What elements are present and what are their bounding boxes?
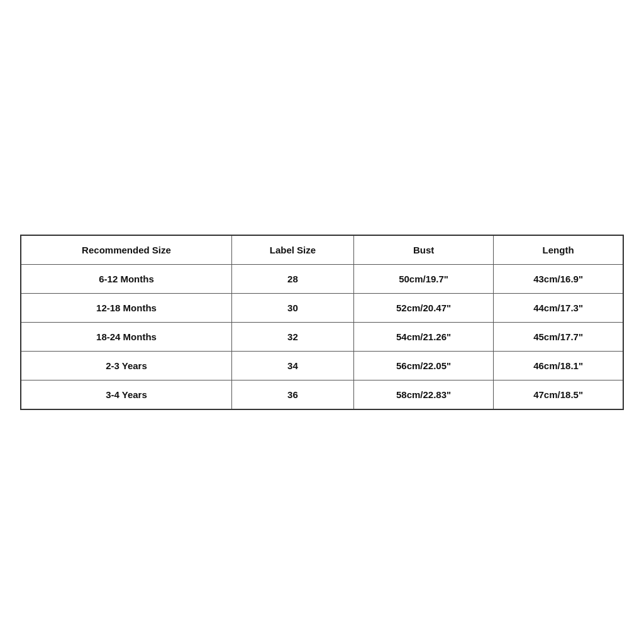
cell-recommended_size: 2-3 Years (21, 351, 231, 380)
table-row: 6-12 Months2850cm/19.7"43cm/16.9" (21, 264, 623, 293)
cell-bust: 50cm/19.7" (353, 264, 493, 293)
size-chart-table: Recommended Size Label Size Bust Length … (20, 235, 624, 410)
cell-label_size: 28 (231, 264, 353, 293)
header-bust: Bust (353, 235, 493, 265)
table-row: 3-4 Years3658cm/22.83"47cm/18.5" (21, 380, 623, 409)
table-row: 18-24 Months3254cm/21.26"45cm/17.7" (21, 322, 623, 351)
cell-recommended_size: 6-12 Months (21, 264, 231, 293)
cell-length: 46cm/18.1" (494, 351, 623, 380)
size-chart-container: Recommended Size Label Size Bust Length … (20, 235, 624, 410)
header-recommended-size: Recommended Size (21, 235, 231, 265)
cell-label_size: 32 (231, 322, 353, 351)
cell-bust: 52cm/20.47" (353, 293, 493, 322)
cell-recommended_size: 12-18 Months (21, 293, 231, 322)
cell-recommended_size: 18-24 Months (21, 322, 231, 351)
cell-label_size: 34 (231, 351, 353, 380)
header-label-size: Label Size (231, 235, 353, 265)
cell-length: 43cm/16.9" (494, 264, 623, 293)
cell-bust: 56cm/22.05" (353, 351, 493, 380)
cell-label_size: 30 (231, 293, 353, 322)
cell-label_size: 36 (231, 380, 353, 409)
cell-recommended_size: 3-4 Years (21, 380, 231, 409)
cell-length: 47cm/18.5" (494, 380, 623, 409)
cell-length: 45cm/17.7" (494, 322, 623, 351)
table-row: 12-18 Months3052cm/20.47"44cm/17.3" (21, 293, 623, 322)
cell-bust: 54cm/21.26" (353, 322, 493, 351)
cell-bust: 58cm/22.83" (353, 380, 493, 409)
table-row: 2-3 Years3456cm/22.05"46cm/18.1" (21, 351, 623, 380)
table-header-row: Recommended Size Label Size Bust Length (21, 235, 623, 265)
header-length: Length (494, 235, 623, 265)
cell-length: 44cm/17.3" (494, 293, 623, 322)
